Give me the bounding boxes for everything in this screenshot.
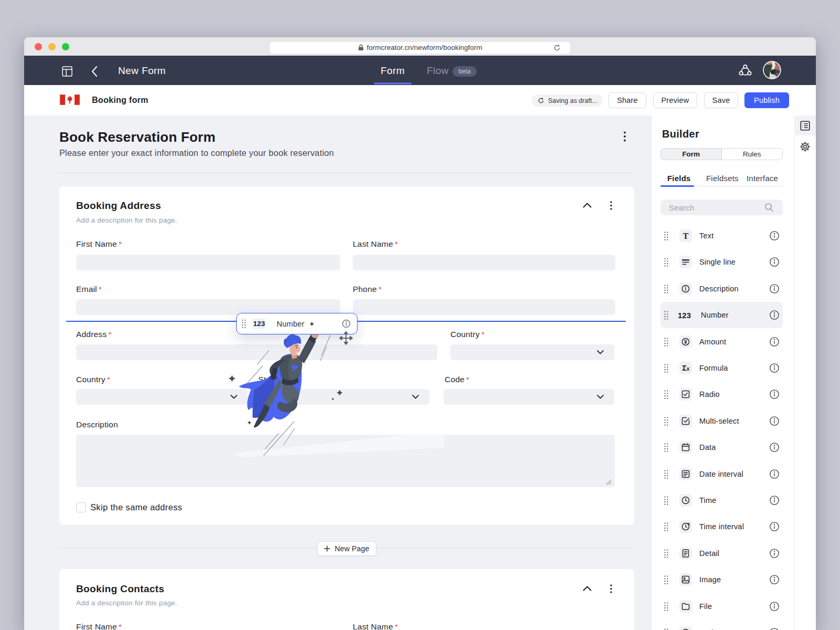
svg-text:T: T — [683, 232, 689, 240]
svg-text:¥: ¥ — [684, 339, 687, 345]
svg-text:x: x — [687, 366, 690, 372]
svg-text:Σ: Σ — [682, 364, 687, 372]
